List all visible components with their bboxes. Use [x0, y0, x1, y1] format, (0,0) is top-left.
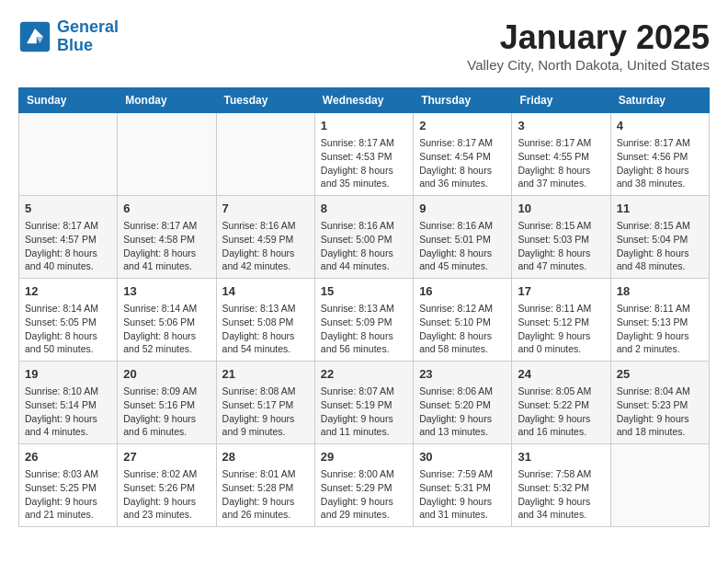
sunset-text: Sunset: 5:08 PM	[222, 316, 309, 329]
day-number: 19	[25, 366, 111, 383]
day-number: 1	[321, 118, 407, 134]
calendar-cell: 14Sunrise: 8:13 AMSunset: 5:08 PMDayligh…	[216, 279, 314, 362]
day-number: 29	[321, 449, 407, 465]
calendar-cell: 16Sunrise: 8:12 AMSunset: 5:10 PMDayligh…	[414, 279, 512, 362]
sunrise-text: Sunrise: 8:17 AM	[25, 219, 111, 233]
day-number: 27	[123, 449, 210, 465]
sunrise-text: Sunrise: 7:59 AM	[419, 467, 506, 481]
sunrise-text: Sunrise: 8:14 AM	[123, 302, 210, 316]
daylight-text: Daylight: 8 hours and 52 minutes.	[123, 329, 210, 356]
sunrise-text: Sunrise: 8:12 AM	[419, 302, 506, 316]
calendar-cell: 31Sunrise: 7:58 AMSunset: 5:32 PMDayligh…	[512, 444, 610, 527]
sunrise-text: Sunrise: 8:08 AM	[222, 385, 309, 398]
day-number: 12	[25, 283, 111, 300]
calendar-cell: 29Sunrise: 8:00 AMSunset: 5:29 PMDayligh…	[314, 444, 413, 527]
sunrise-text: Sunrise: 8:13 AM	[222, 302, 309, 316]
sunrise-text: Sunrise: 8:03 AM	[25, 467, 111, 481]
sunrise-text: Sunrise: 8:04 AM	[617, 385, 703, 398]
calendar-cell	[216, 113, 314, 196]
sunset-text: Sunset: 5:16 PM	[123, 398, 210, 412]
month-title: January 2025	[467, 18, 710, 57]
daylight-text: Daylight: 9 hours and 4 minutes.	[25, 412, 111, 439]
calendar-cell: 25Sunrise: 8:04 AMSunset: 5:23 PMDayligh…	[610, 362, 709, 444]
sunrise-text: Sunrise: 8:14 AM	[25, 302, 111, 316]
sunrise-text: Sunrise: 8:15 AM	[617, 219, 703, 233]
daylight-text: Daylight: 8 hours and 54 minutes.	[222, 329, 309, 356]
calendar-cell: 4Sunrise: 8:17 AMSunset: 4:56 PMDaylight…	[610, 113, 709, 196]
daylight-text: Daylight: 9 hours and 26 minutes.	[222, 495, 309, 522]
calendar-cell: 24Sunrise: 8:05 AMSunset: 5:22 PMDayligh…	[512, 362, 610, 444]
weekday-header: Wednesday	[314, 88, 413, 113]
page-header: General Blue January 2025 Valley City, N…	[18, 18, 710, 73]
daylight-text: Daylight: 8 hours and 45 minutes.	[419, 247, 506, 273]
day-number: 13	[123, 283, 210, 300]
daylight-text: Daylight: 9 hours and 21 minutes.	[25, 495, 111, 522]
daylight-text: Daylight: 8 hours and 56 minutes.	[321, 329, 407, 356]
sunrise-text: Sunrise: 8:05 AM	[518, 385, 604, 398]
calendar-cell: 30Sunrise: 7:59 AMSunset: 5:31 PMDayligh…	[414, 444, 512, 527]
sunset-text: Sunset: 5:23 PM	[617, 398, 703, 412]
sunset-text: Sunset: 5:03 PM	[518, 233, 604, 247]
sunset-text: Sunset: 5:19 PM	[321, 398, 407, 412]
daylight-text: Daylight: 9 hours and 6 minutes.	[123, 412, 210, 439]
sunset-text: Sunset: 4:53 PM	[321, 150, 407, 164]
sunrise-text: Sunrise: 8:02 AM	[123, 467, 210, 481]
sunset-text: Sunset: 5:17 PM	[222, 398, 309, 412]
sunset-text: Sunset: 5:25 PM	[25, 481, 111, 495]
daylight-text: Daylight: 9 hours and 23 minutes.	[123, 495, 210, 522]
day-number: 2	[419, 118, 506, 134]
daylight-text: Daylight: 8 hours and 58 minutes.	[419, 329, 506, 356]
logo: General Blue	[18, 18, 119, 55]
sunset-text: Sunset: 5:00 PM	[321, 233, 407, 247]
sunset-text: Sunset: 5:20 PM	[419, 398, 506, 412]
daylight-text: Daylight: 9 hours and 34 minutes.	[518, 495, 604, 522]
daylight-text: Daylight: 9 hours and 9 minutes.	[222, 412, 309, 439]
day-number: 31	[518, 449, 604, 465]
sunset-text: Sunset: 5:28 PM	[222, 481, 309, 495]
calendar-cell: 3Sunrise: 8:17 AMSunset: 4:55 PMDaylight…	[512, 113, 610, 196]
logo-line1: General	[57, 17, 119, 36]
sunrise-text: Sunrise: 8:16 AM	[222, 219, 309, 233]
sunset-text: Sunset: 5:05 PM	[25, 316, 111, 329]
day-number: 8	[321, 201, 407, 217]
sunrise-text: Sunrise: 8:15 AM	[518, 219, 604, 233]
sunrise-text: Sunrise: 8:17 AM	[321, 136, 407, 150]
calendar-week-row: 12Sunrise: 8:14 AMSunset: 5:05 PMDayligh…	[19, 279, 710, 362]
day-number: 26	[25, 449, 111, 465]
sunset-text: Sunset: 5:32 PM	[518, 481, 604, 495]
day-number: 5	[25, 201, 111, 217]
sunrise-text: Sunrise: 8:11 AM	[518, 302, 604, 316]
weekday-header: Tuesday	[216, 88, 314, 113]
sunset-text: Sunset: 5:06 PM	[123, 316, 210, 329]
day-number: 30	[419, 449, 506, 465]
day-number: 11	[617, 201, 703, 217]
sunrise-text: Sunrise: 8:11 AM	[617, 302, 703, 316]
sunset-text: Sunset: 5:09 PM	[321, 316, 407, 329]
daylight-text: Daylight: 8 hours and 36 minutes.	[419, 164, 506, 190]
sunset-text: Sunset: 5:13 PM	[617, 316, 703, 329]
sunset-text: Sunset: 4:59 PM	[222, 233, 309, 247]
day-number: 16	[419, 283, 506, 300]
calendar-cell: 10Sunrise: 8:15 AMSunset: 5:03 PMDayligh…	[512, 196, 610, 279]
sunrise-text: Sunrise: 8:06 AM	[419, 385, 506, 398]
day-number: 21	[222, 366, 309, 383]
day-number: 23	[419, 366, 506, 383]
calendar-cell: 12Sunrise: 8:14 AMSunset: 5:05 PMDayligh…	[19, 279, 118, 362]
sunrise-text: Sunrise: 8:07 AM	[321, 385, 407, 398]
sunset-text: Sunset: 5:26 PM	[123, 481, 210, 495]
daylight-text: Daylight: 9 hours and 18 minutes.	[617, 412, 703, 439]
weekday-header: Friday	[512, 88, 610, 113]
sunset-text: Sunset: 4:57 PM	[25, 233, 111, 247]
calendar-cell: 22Sunrise: 8:07 AMSunset: 5:19 PMDayligh…	[314, 362, 413, 444]
calendar-week-row: 5Sunrise: 8:17 AMSunset: 4:57 PMDaylight…	[19, 196, 710, 279]
sunset-text: Sunset: 4:54 PM	[419, 150, 506, 164]
day-number: 15	[321, 283, 407, 300]
daylight-text: Daylight: 8 hours and 47 minutes.	[518, 247, 604, 273]
calendar-week-row: 26Sunrise: 8:03 AMSunset: 5:25 PMDayligh…	[19, 444, 710, 527]
day-number: 3	[518, 118, 604, 134]
sunrise-text: Sunrise: 8:01 AM	[222, 467, 309, 481]
sunrise-text: Sunrise: 8:16 AM	[419, 219, 506, 233]
sunrise-text: Sunrise: 8:17 AM	[518, 136, 604, 150]
day-number: 10	[518, 201, 604, 217]
sunset-text: Sunset: 5:12 PM	[518, 316, 604, 329]
